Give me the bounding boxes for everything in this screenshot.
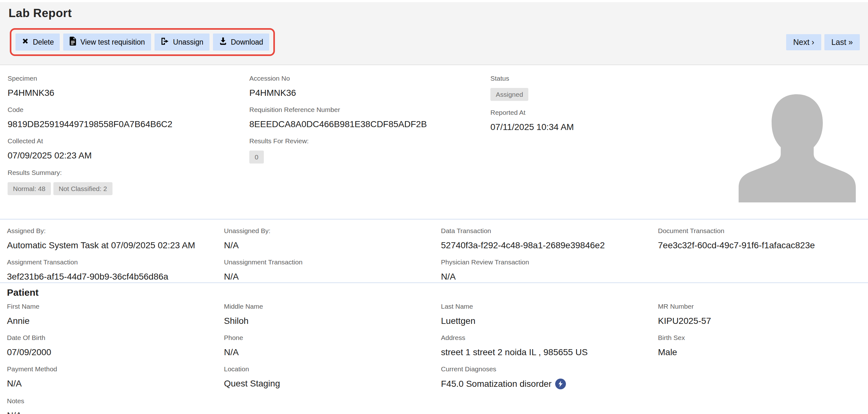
mr-number-label: MR Number bbox=[658, 303, 868, 309]
specimen-field: Specimen P4HMNK36 bbox=[8, 75, 241, 98]
document-icon bbox=[69, 37, 76, 48]
accession-no-value: P4HMNK36 bbox=[249, 88, 483, 98]
specimen-column-1: Specimen P4HMNK36 Code 9819DB25919449719… bbox=[8, 75, 241, 203]
code-field: Code 9819DB259194497198558F0A7B64B6C2 bbox=[8, 106, 241, 129]
not-classified-count-badge: Not Classified: 2 bbox=[53, 182, 113, 195]
code-value: 9819DB259194497198558F0A7B64B6C2 bbox=[8, 119, 241, 129]
results-summary-badges: Normal: 48 Not Classified: 2 bbox=[8, 182, 241, 195]
grid-spacer bbox=[651, 365, 868, 397]
location-field: Location Quest Staging bbox=[217, 365, 434, 389]
status-label: Status bbox=[490, 75, 712, 82]
current-diagnoses-value: F45.0 Somatization disorder bbox=[441, 379, 552, 389]
requisition-reference-number-field: Requisition Reference Number 8EEEDCA8A0D… bbox=[249, 106, 483, 129]
phone-label: Phone bbox=[224, 334, 434, 341]
lightning-bolt-icon[interactable] bbox=[555, 379, 566, 389]
patient-heading: Patient bbox=[0, 283, 868, 298]
unassign-button[interactable]: Unassign bbox=[155, 33, 210, 51]
last-page-button[interactable]: Last » bbox=[825, 34, 860, 50]
physician-review-transaction-label: Physician Review Transaction bbox=[441, 259, 651, 265]
last-name-field: Last Name Luettgen bbox=[434, 303, 651, 326]
phone-value: N/A bbox=[224, 347, 434, 357]
normal-count-badge: Normal: 48 bbox=[8, 182, 51, 195]
unassigned-by-label: Unassigned By: bbox=[224, 228, 434, 234]
notes-field: Notes N/A bbox=[0, 397, 217, 414]
phone-field: Phone N/A bbox=[217, 334, 434, 357]
data-transaction-value: 52740f3a-f292-4c48-98a1-2689e39846e2 bbox=[441, 240, 651, 250]
data-transaction-label: Data Transaction bbox=[441, 228, 651, 234]
notes-label: Notes bbox=[7, 397, 217, 404]
collected-at-label: Collected At bbox=[8, 138, 241, 144]
accession-no-field: Accession No P4HMNK36 bbox=[249, 75, 483, 98]
address-label: Address bbox=[441, 334, 651, 341]
location-label: Location bbox=[224, 365, 434, 372]
notes-value: N/A bbox=[7, 411, 217, 414]
first-name-value: Annie bbox=[7, 316, 217, 326]
page-title: Lab Report bbox=[8, 7, 72, 20]
date-of-birth-label: Date Of Birth bbox=[7, 334, 217, 341]
unassigned-by-value: N/A bbox=[224, 240, 434, 250]
delete-button[interactable]: Delete bbox=[16, 33, 60, 51]
document-transaction-label: Document Transaction bbox=[658, 228, 868, 234]
specimen-value: P4HMNK36 bbox=[8, 88, 241, 98]
current-diagnoses-field: Current Diagnoses F45.0 Somatization dis… bbox=[434, 365, 651, 389]
results-summary-label: Results Summary: bbox=[8, 169, 241, 176]
reported-at-label: Reported At bbox=[490, 109, 712, 116]
mr-number-field: MR Number KIPU2025-57 bbox=[651, 303, 868, 326]
header-band: Lab Report Delete View test requisition … bbox=[0, 2, 868, 65]
birth-sex-label: Birth Sex bbox=[658, 334, 868, 341]
results-for-review-field: Results For Review: 0 bbox=[249, 138, 483, 164]
person-silhouette-icon bbox=[732, 198, 863, 202]
location-value: Quest Staging bbox=[224, 379, 434, 389]
payment-method-label: Payment Method bbox=[7, 365, 217, 372]
results-for-review-label: Results For Review: bbox=[249, 138, 483, 144]
document-transaction-field: Document Transaction 7ee3c32f-60cd-49c7-… bbox=[651, 228, 868, 290]
status-field: Status Assigned bbox=[490, 75, 712, 101]
collected-at-field: Collected At 07/09/2025 02:23 AM bbox=[8, 138, 241, 161]
assigned-by-field: Assigned By: Automatic System Task at 07… bbox=[0, 228, 217, 290]
data-transaction-field: Data Transaction 52740f3a-f292-4c48-98a1… bbox=[434, 228, 651, 290]
next-page-button[interactable]: Next › bbox=[786, 34, 821, 50]
delete-button-label: Delete bbox=[33, 38, 54, 47]
pagination: Next › Last » bbox=[786, 34, 860, 50]
payment-method-value: N/A bbox=[7, 379, 217, 389]
middle-name-field: Middle Name Shiloh bbox=[217, 303, 434, 326]
payment-method-field: Payment Method N/A bbox=[0, 365, 217, 389]
specimen-column-3: Status Assigned Reported At 07/11/2025 1… bbox=[490, 75, 712, 141]
last-name-value: Luettgen bbox=[441, 316, 651, 326]
view-test-requisition-button[interactable]: View test requisition bbox=[63, 33, 151, 51]
first-name-field: First Name Annie bbox=[0, 303, 217, 326]
patient-photo-placeholder bbox=[732, 89, 863, 202]
download-button-label: Download bbox=[231, 38, 263, 47]
middle-name-label: Middle Name bbox=[224, 303, 434, 309]
birth-sex-value: Male bbox=[658, 347, 868, 357]
status-badge: Assigned bbox=[490, 88, 528, 101]
assignment-transaction-label: Assignment Transaction bbox=[7, 259, 217, 265]
unassign-button-label: Unassign bbox=[173, 38, 204, 47]
download-icon bbox=[219, 37, 227, 47]
sign-out-icon bbox=[160, 37, 169, 47]
reported-at-value: 07/11/2025 10:34 AM bbox=[490, 122, 712, 132]
last-name-label: Last Name bbox=[441, 303, 651, 309]
accession-no-label: Accession No bbox=[249, 75, 483, 82]
first-name-label: First Name bbox=[7, 303, 217, 309]
unassignment-transaction-label: Unassignment Transaction bbox=[224, 259, 434, 265]
annotation-highlight-box: Delete View test requisition Unassign Do… bbox=[10, 28, 275, 56]
download-button[interactable]: Download bbox=[213, 33, 269, 51]
unassignment-transaction-value: N/A bbox=[224, 272, 434, 282]
physician-review-transaction-value: N/A bbox=[441, 272, 651, 282]
middle-name-value: Shiloh bbox=[224, 316, 434, 326]
birth-sex-field: Birth Sex Male bbox=[651, 334, 868, 357]
date-of-birth-field: Date Of Birth 07/09/2000 bbox=[0, 334, 217, 357]
requisition-reference-number-value: 8EEEDCA8A0DC466B981E38CDF85ADF2B bbox=[249, 119, 483, 129]
results-summary-field: Results Summary: Normal: 48 Not Classifi… bbox=[8, 169, 241, 195]
assigned-by-label: Assigned By: bbox=[7, 228, 217, 234]
specimen-section: Specimen P4HMNK36 Code 9819DB25919449719… bbox=[0, 66, 868, 219]
current-diagnoses-label: Current Diagnoses bbox=[441, 365, 651, 372]
document-transaction-value: 7ee3c32f-60cd-49c7-91f6-f1afacac823e bbox=[658, 240, 868, 250]
results-for-review-count-badge: 0 bbox=[249, 151, 264, 164]
assigned-by-value: Automatic System Task at 07/09/2025 02:2… bbox=[7, 240, 217, 250]
code-label: Code bbox=[8, 106, 241, 113]
date-of-birth-value: 07/09/2000 bbox=[7, 347, 217, 357]
x-icon bbox=[22, 37, 29, 47]
mr-number-value: KIPU2025-57 bbox=[658, 316, 868, 326]
